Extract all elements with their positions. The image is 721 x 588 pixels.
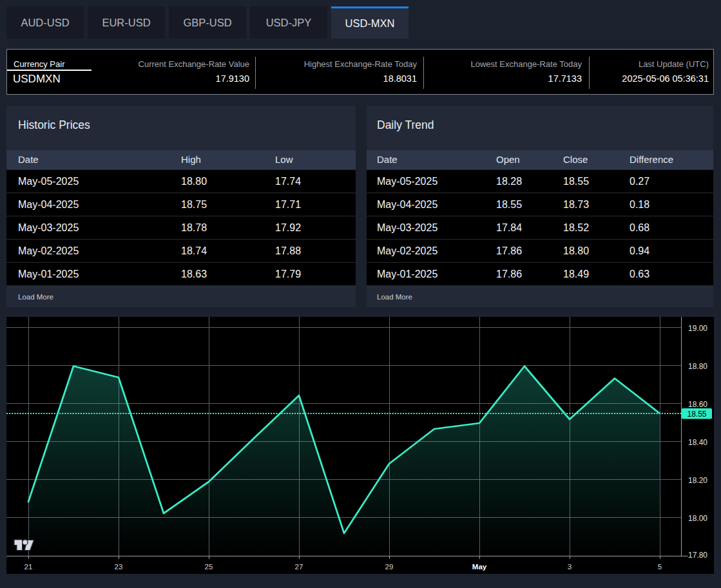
svg-text:18.55: 18.55 (687, 410, 706, 419)
